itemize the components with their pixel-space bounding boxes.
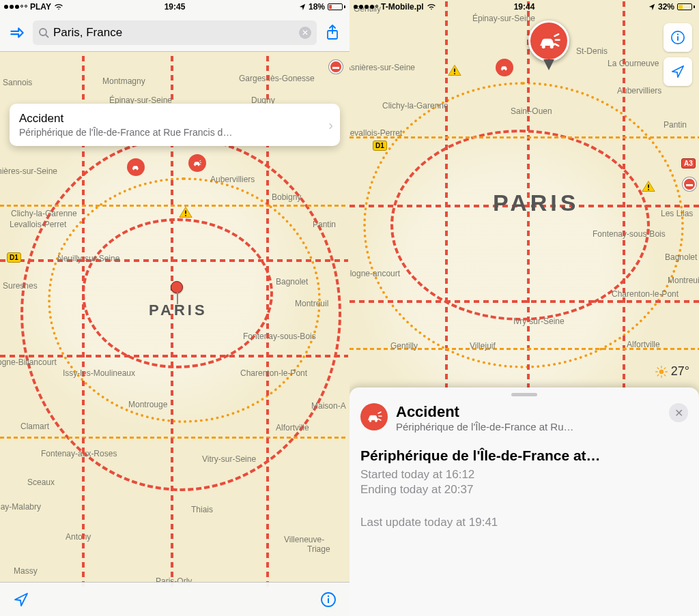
place-label: Fontenay-aux-Roses <box>41 449 117 458</box>
sheet-location: Périphérique de l'Île-de-France at… <box>360 448 688 464</box>
place-label: Neuilly-sur-Seine <box>57 254 119 263</box>
svg-point-17 <box>505 69 507 70</box>
place-label: Bagnolet <box>665 252 697 262</box>
place-label: Alfortville <box>627 340 660 349</box>
place-label: Vitry-sur-Seine <box>202 454 256 464</box>
place-label: Sceaux <box>27 478 55 487</box>
accident-marker[interactable] <box>127 158 145 176</box>
svg-rect-14 <box>648 185 649 188</box>
svg-line-31 <box>664 368 666 369</box>
place-label: Fontenay-sous-Bois <box>243 332 316 341</box>
svg-point-6 <box>40 29 46 35</box>
place-label: Garges-lès-Gonesse <box>239 74 315 83</box>
locate-me-button[interactable] <box>664 57 692 86</box>
place-label: Fontenay-sous-Bois <box>593 229 666 239</box>
place-label: Pantin <box>313 220 336 229</box>
place-label: Clichy-la-Garenne <box>11 209 77 218</box>
place-label: Montmagny <box>102 76 145 86</box>
wifi-icon <box>54 3 63 10</box>
sheet-grabber[interactable] <box>511 393 537 396</box>
place-label: Montreuil <box>668 276 699 285</box>
sun-icon <box>655 365 668 379</box>
accident-marker[interactable] <box>496 59 513 76</box>
svg-point-23 <box>659 369 664 374</box>
place-label: Épinay-sur-Seine <box>472 14 535 23</box>
hazard-icon[interactable] <box>179 206 192 218</box>
map-controls <box>664 23 692 86</box>
hazard-icon[interactable] <box>642 180 655 192</box>
svg-point-3 <box>198 164 199 166</box>
place-label: Clichy-la-Garenne <box>382 101 448 111</box>
svg-line-28 <box>657 368 659 369</box>
place-label: Thiais <box>191 505 213 514</box>
place-label: Pantin <box>664 120 687 130</box>
place-label: Aubervilliers <box>617 86 661 96</box>
share-button[interactable] <box>321 19 344 46</box>
svg-point-19 <box>550 45 554 48</box>
svg-rect-15 <box>648 189 649 190</box>
status-bar: T-Mobile.pl 19:44 32% <box>350 0 699 14</box>
sheet-subtitle: Périphérique de l'Île-de-France at Ru… <box>396 421 574 432</box>
search-field[interactable]: Paris, France ✕ <box>33 20 317 45</box>
directions-button[interactable] <box>5 19 29 46</box>
incident-sheet[interactable]: Accident Périphérique de l'Île-de-France… <box>350 387 699 616</box>
svg-point-33 <box>375 420 377 422</box>
place-label: Asnières-sur-Seine <box>350 63 415 72</box>
svg-rect-1 <box>185 215 186 216</box>
highway-badge-d1: D1 <box>7 252 21 263</box>
phone-right: Gentilly Épinay-sur-Seine St-Denis La Co… <box>350 0 699 616</box>
battery-pct: 32% <box>658 2 674 12</box>
place-label: Montreuil <box>295 299 328 308</box>
wifi-icon <box>427 3 436 10</box>
place-label: Levallois-Perret <box>10 220 66 229</box>
highway-badge-a3: A3 <box>681 158 696 168</box>
svg-rect-21 <box>677 36 679 40</box>
place-label: ologne-ancourt <box>350 269 400 278</box>
place-label: Antony <box>66 532 91 542</box>
hazard-icon[interactable] <box>448 64 461 76</box>
sheet-started: Started today at 16:12 <box>360 468 688 482</box>
svg-line-29 <box>664 375 666 376</box>
location-services-icon <box>648 3 655 10</box>
place-label: Suresnes <box>3 281 38 291</box>
place-label: Saint-Ouen <box>511 106 552 116</box>
svg-point-2 <box>195 164 196 166</box>
place-label: Massy <box>14 566 38 576</box>
info-button[interactable] <box>318 589 339 610</box>
chevron-right-icon: › <box>328 117 333 133</box>
place-label: Gentilly <box>390 341 418 351</box>
status-bar: PLAY 19:45 18% <box>0 0 350 14</box>
clear-search-button[interactable]: ✕ <box>299 27 311 39</box>
svg-point-4 <box>133 168 134 170</box>
map-canvas[interactable]: Sannois Montmagny Garges-lès-Gonesse Épi… <box>0 0 350 616</box>
signal-dots-icon <box>354 5 378 9</box>
map-pin[interactable] <box>171 281 183 293</box>
info-button[interactable] <box>664 23 692 52</box>
svg-rect-10 <box>328 598 329 603</box>
search-text: Paris, France <box>53 26 295 40</box>
close-sheet-button[interactable]: ✕ <box>669 403 688 422</box>
weather-pill[interactable]: 27° <box>655 364 689 379</box>
sheet-title: Accident <box>396 403 574 421</box>
svg-rect-12 <box>454 69 455 72</box>
svg-line-30 <box>657 375 659 376</box>
place-label: Issy-les-Moulineaux <box>63 368 135 378</box>
signal-dots-icon <box>4 5 27 9</box>
selected-accident-pin[interactable] <box>528 20 569 61</box>
callout-title: Accident <box>19 112 315 126</box>
incident-callout[interactable]: Accident Périphérique de l'Île-de-France… <box>10 104 340 146</box>
svg-point-32 <box>369 420 372 422</box>
place-label: Maison-A <box>311 401 346 411</box>
phone-left: Sannois Montmagny Garges-lès-Gonesse Épi… <box>0 0 350 616</box>
place-label: Charenton-le-Pont <box>240 368 307 378</box>
place-label: Clamart <box>20 422 49 431</box>
weather-temp: 27° <box>671 364 689 379</box>
locate-me-button[interactable] <box>11 589 31 610</box>
no-entry-icon <box>329 60 343 74</box>
accident-marker[interactable] <box>188 154 206 172</box>
carrier-label: PLAY <box>30 2 51 12</box>
place-label: Villeneuve- <box>284 535 324 544</box>
nav-bar: Paris, France ✕ <box>0 14 350 52</box>
place-label: ogne-Billancourt <box>0 357 57 367</box>
battery-icon <box>328 3 345 10</box>
